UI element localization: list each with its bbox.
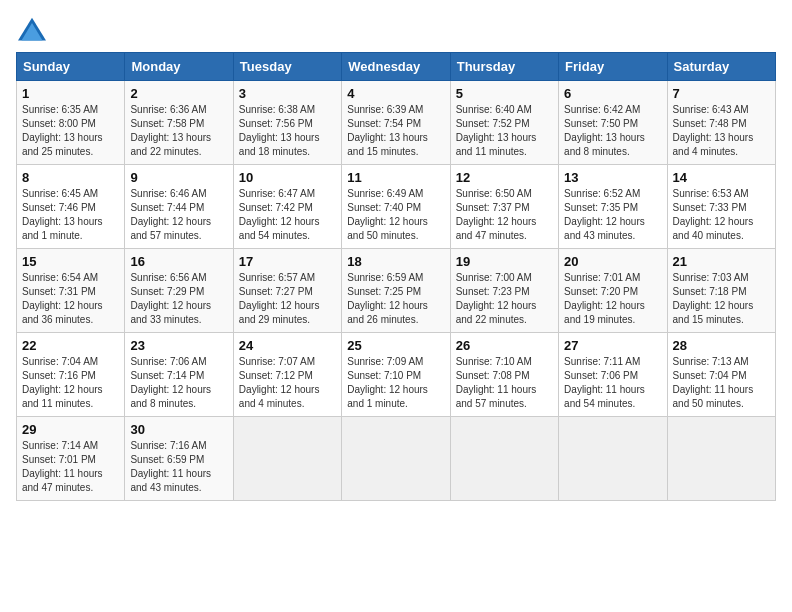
day-number: 27	[564, 338, 661, 353]
day-detail: Sunrise: 6:46 AM Sunset: 7:44 PM Dayligh…	[130, 187, 227, 243]
day-detail: Sunrise: 7:14 AM Sunset: 7:01 PM Dayligh…	[22, 439, 119, 495]
day-number: 17	[239, 254, 336, 269]
calendar-cell: 9Sunrise: 6:46 AM Sunset: 7:44 PM Daylig…	[125, 165, 233, 249]
calendar-cell: 8Sunrise: 6:45 AM Sunset: 7:46 PM Daylig…	[17, 165, 125, 249]
calendar-cell	[342, 417, 450, 501]
weekday-header-thursday: Thursday	[450, 53, 558, 81]
day-detail: Sunrise: 6:42 AM Sunset: 7:50 PM Dayligh…	[564, 103, 661, 159]
day-number: 26	[456, 338, 553, 353]
day-number: 3	[239, 86, 336, 101]
day-detail: Sunrise: 7:06 AM Sunset: 7:14 PM Dayligh…	[130, 355, 227, 411]
day-number: 18	[347, 254, 444, 269]
day-detail: Sunrise: 7:07 AM Sunset: 7:12 PM Dayligh…	[239, 355, 336, 411]
day-number: 4	[347, 86, 444, 101]
calendar-cell: 1Sunrise: 6:35 AM Sunset: 8:00 PM Daylig…	[17, 81, 125, 165]
day-number: 24	[239, 338, 336, 353]
day-detail: Sunrise: 6:52 AM Sunset: 7:35 PM Dayligh…	[564, 187, 661, 243]
day-number: 9	[130, 170, 227, 185]
day-number: 8	[22, 170, 119, 185]
calendar-cell: 2Sunrise: 6:36 AM Sunset: 7:58 PM Daylig…	[125, 81, 233, 165]
weekday-header-tuesday: Tuesday	[233, 53, 341, 81]
day-number: 14	[673, 170, 770, 185]
day-number: 7	[673, 86, 770, 101]
day-detail: Sunrise: 6:53 AM Sunset: 7:33 PM Dayligh…	[673, 187, 770, 243]
weekday-header-row: SundayMondayTuesdayWednesdayThursdayFrid…	[17, 53, 776, 81]
calendar-cell: 21Sunrise: 7:03 AM Sunset: 7:18 PM Dayli…	[667, 249, 775, 333]
calendar-week-1: 1Sunrise: 6:35 AM Sunset: 8:00 PM Daylig…	[17, 81, 776, 165]
day-detail: Sunrise: 7:16 AM Sunset: 6:59 PM Dayligh…	[130, 439, 227, 495]
day-detail: Sunrise: 6:59 AM Sunset: 7:25 PM Dayligh…	[347, 271, 444, 327]
calendar-cell: 25Sunrise: 7:09 AM Sunset: 7:10 PM Dayli…	[342, 333, 450, 417]
calendar-week-5: 29Sunrise: 7:14 AM Sunset: 7:01 PM Dayli…	[17, 417, 776, 501]
calendar-cell: 16Sunrise: 6:56 AM Sunset: 7:29 PM Dayli…	[125, 249, 233, 333]
calendar-cell: 11Sunrise: 6:49 AM Sunset: 7:40 PM Dayli…	[342, 165, 450, 249]
day-detail: Sunrise: 7:01 AM Sunset: 7:20 PM Dayligh…	[564, 271, 661, 327]
day-number: 1	[22, 86, 119, 101]
day-number: 21	[673, 254, 770, 269]
calendar-cell: 27Sunrise: 7:11 AM Sunset: 7:06 PM Dayli…	[559, 333, 667, 417]
day-number: 5	[456, 86, 553, 101]
calendar-cell: 24Sunrise: 7:07 AM Sunset: 7:12 PM Dayli…	[233, 333, 341, 417]
calendar-cell	[450, 417, 558, 501]
calendar-cell: 15Sunrise: 6:54 AM Sunset: 7:31 PM Dayli…	[17, 249, 125, 333]
day-detail: Sunrise: 6:54 AM Sunset: 7:31 PM Dayligh…	[22, 271, 119, 327]
day-number: 13	[564, 170, 661, 185]
day-detail: Sunrise: 7:09 AM Sunset: 7:10 PM Dayligh…	[347, 355, 444, 411]
calendar-cell: 19Sunrise: 7:00 AM Sunset: 7:23 PM Dayli…	[450, 249, 558, 333]
day-detail: Sunrise: 6:36 AM Sunset: 7:58 PM Dayligh…	[130, 103, 227, 159]
calendar-cell: 20Sunrise: 7:01 AM Sunset: 7:20 PM Dayli…	[559, 249, 667, 333]
calendar-cell: 3Sunrise: 6:38 AM Sunset: 7:56 PM Daylig…	[233, 81, 341, 165]
day-detail: Sunrise: 6:50 AM Sunset: 7:37 PM Dayligh…	[456, 187, 553, 243]
logo-icon	[16, 16, 48, 44]
day-detail: Sunrise: 6:43 AM Sunset: 7:48 PM Dayligh…	[673, 103, 770, 159]
day-number: 30	[130, 422, 227, 437]
calendar-cell: 7Sunrise: 6:43 AM Sunset: 7:48 PM Daylig…	[667, 81, 775, 165]
day-detail: Sunrise: 6:47 AM Sunset: 7:42 PM Dayligh…	[239, 187, 336, 243]
calendar-cell	[667, 417, 775, 501]
calendar-cell: 6Sunrise: 6:42 AM Sunset: 7:50 PM Daylig…	[559, 81, 667, 165]
logo	[16, 16, 52, 44]
day-number: 23	[130, 338, 227, 353]
day-number: 19	[456, 254, 553, 269]
day-detail: Sunrise: 7:10 AM Sunset: 7:08 PM Dayligh…	[456, 355, 553, 411]
calendar-week-3: 15Sunrise: 6:54 AM Sunset: 7:31 PM Dayli…	[17, 249, 776, 333]
calendar-cell: 26Sunrise: 7:10 AM Sunset: 7:08 PM Dayli…	[450, 333, 558, 417]
day-detail: Sunrise: 7:03 AM Sunset: 7:18 PM Dayligh…	[673, 271, 770, 327]
day-detail: Sunrise: 6:56 AM Sunset: 7:29 PM Dayligh…	[130, 271, 227, 327]
calendar-cell: 4Sunrise: 6:39 AM Sunset: 7:54 PM Daylig…	[342, 81, 450, 165]
weekday-header-sunday: Sunday	[17, 53, 125, 81]
day-detail: Sunrise: 7:13 AM Sunset: 7:04 PM Dayligh…	[673, 355, 770, 411]
calendar-cell: 18Sunrise: 6:59 AM Sunset: 7:25 PM Dayli…	[342, 249, 450, 333]
day-detail: Sunrise: 6:38 AM Sunset: 7:56 PM Dayligh…	[239, 103, 336, 159]
calendar-cell: 29Sunrise: 7:14 AM Sunset: 7:01 PM Dayli…	[17, 417, 125, 501]
calendar-cell: 10Sunrise: 6:47 AM Sunset: 7:42 PM Dayli…	[233, 165, 341, 249]
calendar-cell: 17Sunrise: 6:57 AM Sunset: 7:27 PM Dayli…	[233, 249, 341, 333]
calendar-cell: 30Sunrise: 7:16 AM Sunset: 6:59 PM Dayli…	[125, 417, 233, 501]
day-number: 28	[673, 338, 770, 353]
day-detail: Sunrise: 7:00 AM Sunset: 7:23 PM Dayligh…	[456, 271, 553, 327]
calendar-cell: 23Sunrise: 7:06 AM Sunset: 7:14 PM Dayli…	[125, 333, 233, 417]
calendar-cell: 12Sunrise: 6:50 AM Sunset: 7:37 PM Dayli…	[450, 165, 558, 249]
day-detail: Sunrise: 7:04 AM Sunset: 7:16 PM Dayligh…	[22, 355, 119, 411]
weekday-header-saturday: Saturday	[667, 53, 775, 81]
page-header	[16, 16, 776, 44]
day-detail: Sunrise: 6:57 AM Sunset: 7:27 PM Dayligh…	[239, 271, 336, 327]
day-number: 25	[347, 338, 444, 353]
day-detail: Sunrise: 7:11 AM Sunset: 7:06 PM Dayligh…	[564, 355, 661, 411]
calendar-cell	[233, 417, 341, 501]
day-detail: Sunrise: 6:39 AM Sunset: 7:54 PM Dayligh…	[347, 103, 444, 159]
calendar-week-4: 22Sunrise: 7:04 AM Sunset: 7:16 PM Dayli…	[17, 333, 776, 417]
day-number: 20	[564, 254, 661, 269]
day-number: 10	[239, 170, 336, 185]
calendar-cell: 28Sunrise: 7:13 AM Sunset: 7:04 PM Dayli…	[667, 333, 775, 417]
day-number: 6	[564, 86, 661, 101]
weekday-header-monday: Monday	[125, 53, 233, 81]
day-detail: Sunrise: 6:40 AM Sunset: 7:52 PM Dayligh…	[456, 103, 553, 159]
day-detail: Sunrise: 6:35 AM Sunset: 8:00 PM Dayligh…	[22, 103, 119, 159]
calendar-cell: 5Sunrise: 6:40 AM Sunset: 7:52 PM Daylig…	[450, 81, 558, 165]
day-detail: Sunrise: 6:49 AM Sunset: 7:40 PM Dayligh…	[347, 187, 444, 243]
calendar-cell: 14Sunrise: 6:53 AM Sunset: 7:33 PM Dayli…	[667, 165, 775, 249]
day-number: 12	[456, 170, 553, 185]
calendar-table: SundayMondayTuesdayWednesdayThursdayFrid…	[16, 52, 776, 501]
calendar-week-2: 8Sunrise: 6:45 AM Sunset: 7:46 PM Daylig…	[17, 165, 776, 249]
